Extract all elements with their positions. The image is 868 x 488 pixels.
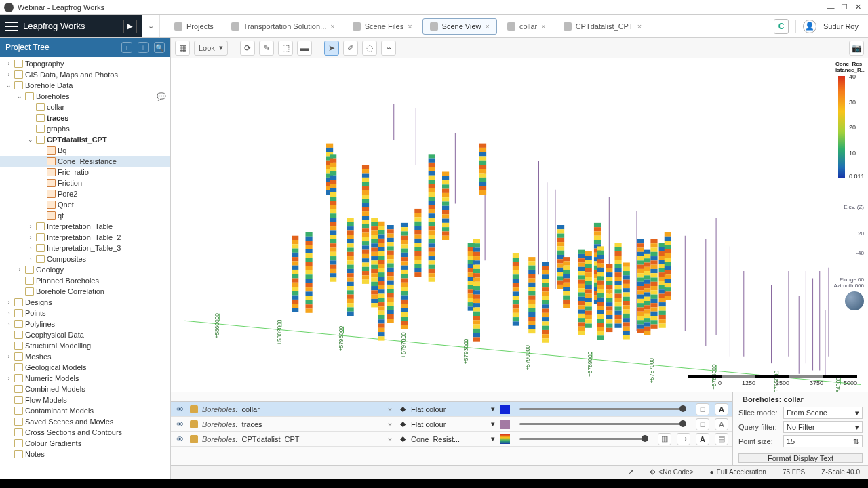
point-size-input[interactable]: 15⇅ (783, 435, 863, 447)
menu-icon[interactable] (5, 22, 18, 31)
tool-select-icon[interactable]: ⬚ (278, 41, 293, 56)
tree-node-18[interactable]: ›Composites (0, 253, 170, 264)
tool-lasso-icon[interactable]: ◌ (362, 41, 377, 56)
tree-node-35[interactable]: Colour Gradients (0, 438, 170, 449)
tree-node-4[interactable]: collar (0, 102, 170, 113)
tree-node-33[interactable]: Saved Scenes and Movies (0, 416, 170, 427)
row-opt-2[interactable]: ⇢ (677, 433, 690, 445)
opacity-slider[interactable] (519, 438, 648, 440)
remove-shape[interactable]: × (385, 420, 395, 428)
maximize-button[interactable]: ☐ (838, 3, 850, 12)
tree-node-6[interactable]: graphs (0, 123, 170, 134)
row-opt-3[interactable]: ▤ (715, 433, 728, 445)
tree-node-13[interactable]: Qnet (0, 199, 170, 210)
nav-tab-3[interactable]: Scene View× (422, 18, 497, 35)
tree-node-8[interactable]: Bq (0, 145, 170, 156)
tree-node-16[interactable]: ›Interpretation_Table_2 (0, 232, 170, 243)
tool-pen-icon[interactable]: ✐ (343, 41, 358, 56)
tree-node-9[interactable]: Cone_Resistance (0, 156, 170, 167)
nav-tab-4[interactable]: collar× (500, 18, 553, 35)
shape-row-1[interactable]: 👁Boreholes: traces×◆Flat colour▾□A (171, 417, 732, 432)
minimize-button[interactable]: — (825, 3, 837, 12)
row-style-toggle[interactable]: □ (696, 418, 709, 430)
svg-rect-620 (637, 325, 644, 329)
tool-draw-icon[interactable]: ✎ (259, 41, 274, 56)
visibility-toggle[interactable]: 👁 (175, 420, 184, 428)
visibility-toggle[interactable]: 👁 (175, 405, 184, 413)
status-axes-icon[interactable]: ⤢ (628, 468, 633, 476)
tree-node-10[interactable]: Fric_ratio (0, 167, 170, 178)
query-filter-select[interactable]: No Filter▾ (783, 421, 863, 433)
tree-node-22[interactable]: ›Designs (0, 297, 170, 308)
shape-row-2[interactable]: 👁Boreholes: CPTdatalist_CPT×◆Cone_Resist… (171, 432, 732, 447)
nav-tab-1[interactable]: Transportation Solution...× (224, 18, 342, 35)
slice-mode-select[interactable]: From Scene▾ (783, 407, 863, 419)
format-display-text-button[interactable]: Format Display Text (738, 453, 863, 463)
tree-node-28[interactable]: Geological Models (0, 362, 170, 373)
tree-node-12[interactable]: Pore2 (0, 188, 170, 199)
tool-rotate-icon[interactable]: ⟳ (240, 41, 255, 56)
tree-node-5[interactable]: traces (0, 113, 170, 123)
tree-node-36[interactable]: Notes (0, 449, 170, 460)
look-dropdown[interactable]: Look▾ (194, 41, 228, 56)
tree-node-21[interactable]: Borehole Correlation (0, 286, 170, 297)
tree-node-14[interactable]: qt (0, 210, 170, 221)
row-label-toggle[interactable]: A (696, 433, 709, 445)
svg-rect-581 (614, 324, 621, 328)
row-opt-1[interactable]: ▥ (658, 433, 671, 445)
tree-node-34[interactable]: Cross Sections and Contours (0, 427, 170, 438)
tree-node-24[interactable]: ›Polylines (0, 319, 170, 329)
tree-node-1[interactable]: ›GIS Data, Maps and Photos (0, 69, 170, 80)
tree-node-31[interactable]: Flow Models (0, 394, 170, 405)
shape-row-0[interactable]: 👁Boreholes: collar×◆Flat colour▾□A (171, 402, 732, 417)
central-icon[interactable]: C (774, 19, 789, 34)
tree-node-23[interactable]: ›Points (0, 308, 170, 319)
compass-ball-icon[interactable] (845, 291, 864, 310)
tree-up-icon[interactable]: ↑ (121, 42, 132, 53)
tree-node-25[interactable]: Geophysical Data (0, 329, 170, 340)
tree-pause-icon[interactable]: ⏸ (138, 42, 149, 53)
row-label-toggle[interactable]: A (715, 403, 728, 415)
tree-node-27[interactable]: ›Meshes (0, 351, 170, 362)
tree-search-icon[interactable]: 🔍 (154, 42, 165, 53)
tree-node-19[interactable]: ›Geology (0, 264, 170, 275)
opacity-slider[interactable] (519, 408, 686, 410)
tree-node-0[interactable]: ›Topography (0, 58, 170, 69)
play-button[interactable]: ▶ (123, 20, 137, 33)
status-zscale[interactable]: Z-Scale 40.0 (821, 468, 860, 476)
scene-canvas[interactable]: +5860000+5802000+5798000+5797000+5793000… (171, 58, 868, 392)
tree-node-7[interactable]: ⌄CPTdatalist_CPT (0, 134, 170, 145)
row-label-toggle[interactable]: A (715, 418, 728, 430)
tool-tag-icon[interactable]: ⌁ (381, 41, 396, 56)
nav-tab-5[interactable]: CPTdatalist_CPT× (556, 18, 649, 35)
tool-camera-icon[interactable]: 📷 (849, 41, 864, 56)
tool-slice-icon[interactable]: ▬ (297, 41, 312, 56)
tree-node-17[interactable]: ›Interpretation_Table_3 (0, 243, 170, 253)
tree-node-20[interactable]: Planned Boreholes (0, 275, 170, 286)
remove-shape[interactable]: × (385, 405, 395, 413)
tree-node-26[interactable]: Structural Modelling (0, 340, 170, 351)
remove-shape[interactable]: × (385, 435, 395, 443)
nav-tab-2[interactable]: Scene Files× (345, 18, 420, 35)
row-style-toggle[interactable]: □ (696, 403, 709, 415)
tree-node-3[interactable]: ⌄Boreholes💬 (0, 91, 170, 102)
nav-chevron[interactable]: ⌄ (142, 15, 160, 37)
opacity-slider[interactable] (519, 423, 686, 425)
tree-node-29[interactable]: ›Numeric Models (0, 373, 170, 384)
tree-node-11[interactable]: Friction (0, 178, 170, 188)
visibility-toggle[interactable]: 👁 (175, 435, 184, 443)
tree-node-2[interactable]: ⌄Borehole Data (0, 80, 170, 91)
close-button[interactable]: ✕ (852, 3, 864, 12)
tree-node-15[interactable]: ›Interpretation_Table (0, 221, 170, 232)
tree-node-32[interactable]: Contaminant Models (0, 405, 170, 416)
tree-node-30[interactable]: Combined Models (0, 384, 170, 394)
tool-grid-icon[interactable]: ▦ (175, 41, 190, 56)
nav-tab-0[interactable]: Projects (167, 18, 221, 35)
project-tree[interactable]: ›Topography›GIS Data, Maps and Photos⌄Bo… (0, 57, 170, 479)
user-avatar-icon[interactable]: 👤 (803, 20, 816, 33)
status-code[interactable]: ⚙ <No Code> (650, 468, 693, 476)
tool-pointer-icon[interactable]: ➤ (324, 41, 339, 56)
svg-rect-571 (614, 281, 621, 285)
svg-rect-57 (292, 287, 298, 291)
svg-rect-596 (623, 322, 630, 326)
